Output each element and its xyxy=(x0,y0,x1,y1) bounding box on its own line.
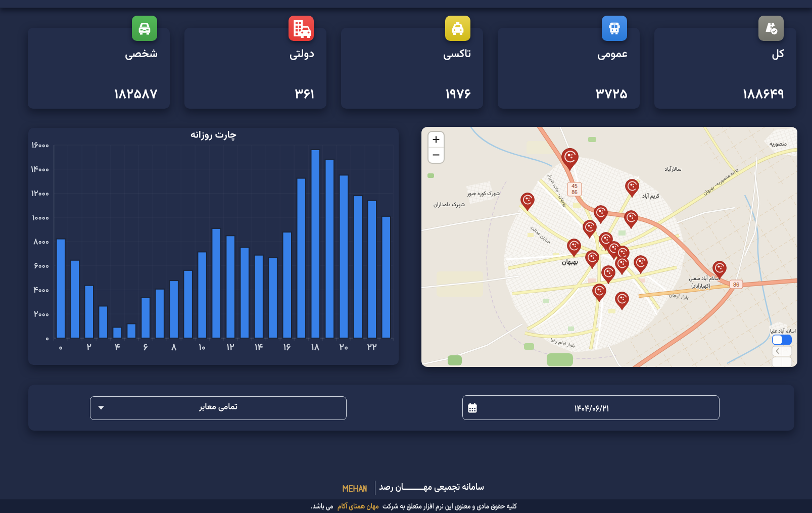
svg-text:86: 86 xyxy=(571,189,578,195)
svg-text:86: 86 xyxy=(733,282,739,288)
svg-text:45: 45 xyxy=(571,183,578,189)
